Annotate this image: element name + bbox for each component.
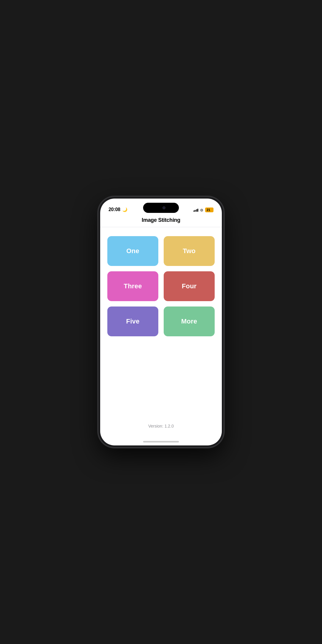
status-time: 20:08 bbox=[109, 207, 120, 212]
signal-bar-4 bbox=[197, 209, 198, 212]
button-more[interactable]: More bbox=[164, 306, 215, 336]
button-one[interactable]: One bbox=[107, 236, 158, 266]
button-grid: One Two Three Four Five More bbox=[107, 236, 215, 336]
home-indicator bbox=[100, 438, 222, 445]
main-content: One Two Three Four Five More Version: 1.… bbox=[100, 227, 222, 438]
screen: 20:08 🌙 ⊜ 21 Image Stit bbox=[100, 199, 222, 445]
nav-bar: Image Stitching bbox=[100, 215, 222, 227]
dynamic-island bbox=[143, 203, 179, 213]
status-icons: ⊜ 21 bbox=[193, 208, 214, 212]
version-text: Version: 1.2.0 bbox=[148, 424, 174, 428]
battery-indicator: 21 bbox=[205, 208, 213, 212]
signal-bar-3 bbox=[196, 209, 197, 212]
button-five[interactable]: Five bbox=[107, 306, 158, 336]
signal-icon bbox=[193, 208, 199, 212]
button-three[interactable]: Three bbox=[107, 271, 158, 301]
button-two[interactable]: Two bbox=[164, 236, 215, 266]
signal-bar-2 bbox=[195, 210, 196, 212]
wifi-icon: ⊜ bbox=[200, 208, 203, 212]
button-four[interactable]: Four bbox=[164, 271, 215, 301]
phone-frame: 20:08 🌙 ⊜ 21 Image Stit bbox=[98, 197, 224, 447]
version-area: Version: 1.2.0 bbox=[107, 423, 215, 432]
home-bar bbox=[143, 441, 179, 442]
camera-dot bbox=[162, 206, 165, 209]
battery-level: 21 bbox=[207, 208, 210, 212]
moon-icon: 🌙 bbox=[122, 207, 127, 212]
page-title: Image Stitching bbox=[142, 217, 180, 223]
signal-bar-1 bbox=[193, 210, 194, 212]
